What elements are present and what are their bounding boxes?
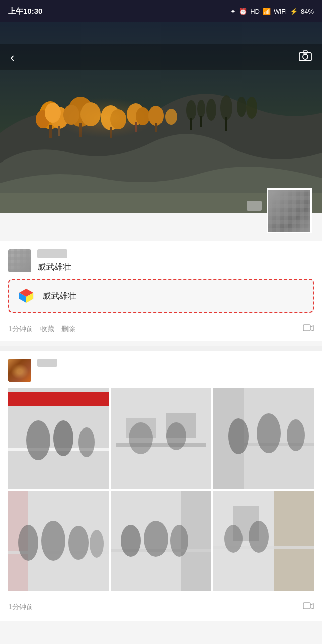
post2-action-icon[interactable] (303, 601, 314, 613)
svg-point-75 (249, 521, 269, 553)
svg-rect-40 (8, 398, 109, 406)
svg-point-62 (68, 526, 89, 560)
post2-name-block (37, 359, 57, 367)
svg-rect-2 (303, 51, 307, 53)
svg-rect-9 (49, 125, 52, 138)
battery-label: 84% (301, 8, 314, 15)
photo-5[interactable] (111, 491, 211, 591)
svg-point-42 (26, 420, 50, 460)
profile-avatar[interactable] (267, 188, 312, 233)
svg-point-61 (41, 521, 65, 561)
photo-4[interactable] (8, 491, 109, 591)
svg-point-67 (121, 525, 141, 557)
post-card-1: 威武雄壮 威武雄壮 1分钟前 收藏 删除 (0, 241, 322, 341)
content-area: 威武雄壮 威武雄壮 1分钟前 收藏 删除 (0, 213, 322, 621)
photo-6[interactable] (213, 491, 314, 591)
svg-point-54 (228, 418, 249, 454)
cube-icon (17, 287, 35, 305)
top-header: ‹ (0, 44, 322, 70)
post1-favorite-link[interactable]: 收藏 (40, 325, 54, 334)
svg-point-32 (246, 97, 257, 119)
svg-rect-27 (200, 116, 202, 127)
post-card-2: 1分钟前 (0, 351, 322, 621)
svg-rect-30 (225, 117, 227, 131)
svg-point-29 (220, 95, 232, 120)
svg-point-31 (237, 97, 246, 117)
post1-avatar[interactable] (8, 249, 31, 272)
svg-rect-25 (190, 118, 192, 130)
svg-point-23 (165, 109, 177, 125)
post2-time: 1分钟前 (8, 603, 33, 612)
divider (0, 346, 322, 351)
svg-rect-10 (58, 126, 60, 136)
highlighted-share-card[interactable]: 威武雄壮 (8, 279, 314, 313)
post2-header (0, 351, 322, 388)
svg-point-28 (206, 99, 216, 121)
post1-header: 威武雄壮 (0, 241, 322, 279)
post1-footer: 1分钟前 收藏 删除 (0, 319, 322, 341)
post2-footer: 1分钟前 (0, 597, 322, 621)
post1-time: 1分钟前 (8, 325, 33, 334)
post1-title: 威武雄壮 (37, 261, 71, 273)
svg-point-43 (53, 420, 73, 456)
svg-point-49 (129, 422, 153, 454)
cover-extra-dot (247, 201, 262, 211)
status-bar: 上午10:30 ✦ ⏰ HD 📶 WiFi ⚡ 84% (0, 0, 322, 22)
svg-rect-46 (116, 443, 206, 447)
svg-rect-71 (274, 491, 314, 591)
wifi-icon: WiFi (274, 8, 287, 15)
photo-1[interactable] (8, 388, 109, 489)
svg-rect-38 (303, 325, 310, 331)
svg-point-44 (78, 427, 95, 457)
post1-action-icon[interactable] (303, 323, 314, 335)
highlighted-card-text: 威武雄壮 (42, 290, 76, 302)
photo-2[interactable] (111, 388, 211, 489)
svg-rect-76 (303, 603, 310, 609)
svg-point-24 (186, 100, 196, 120)
svg-point-1 (303, 54, 308, 59)
svg-point-26 (197, 100, 205, 118)
svg-point-69 (170, 525, 188, 557)
photo-3[interactable] (213, 388, 314, 489)
alarm-icon: ⏰ (239, 8, 247, 15)
post1-name-area: 威武雄壮 (37, 249, 71, 273)
bluetooth-icon: ✦ (230, 8, 236, 15)
signal-icon: 📶 (263, 8, 271, 15)
svg-point-33 (55, 98, 156, 138)
svg-point-56 (287, 419, 305, 451)
post2-avatar[interactable] (8, 359, 31, 382)
svg-rect-22 (155, 123, 157, 132)
camera-button[interactable] (299, 50, 312, 64)
charging-icon: ⚡ (290, 8, 298, 15)
post1-name-block (37, 249, 67, 258)
back-button[interactable]: ‹ (10, 50, 15, 65)
svg-point-60 (18, 525, 38, 561)
status-time: 上午10:30 (8, 7, 42, 16)
hd-icon: HD (250, 8, 260, 15)
svg-point-55 (257, 413, 281, 453)
svg-point-63 (90, 530, 104, 558)
svg-point-50 (166, 422, 186, 450)
post1-meta: 1分钟前 收藏 删除 (8, 325, 75, 334)
photo-grid (0, 388, 322, 597)
status-icons: ✦ ⏰ HD 📶 WiFi ⚡ 84% (230, 8, 314, 15)
svg-point-68 (144, 521, 168, 557)
post1-delete-link[interactable]: 删除 (61, 325, 75, 334)
post2-name-area (37, 359, 57, 367)
svg-point-74 (224, 525, 243, 553)
